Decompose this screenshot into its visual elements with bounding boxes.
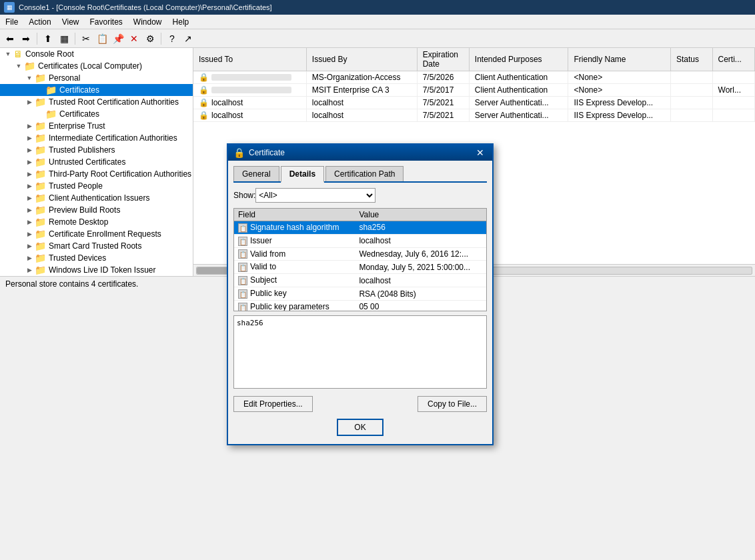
back-button[interactable]: ⬅ xyxy=(3,31,17,46)
label-third-party-root: Third-Party Root Certification Authoriti… xyxy=(49,169,191,179)
cert-cell-issued-by: localhost xyxy=(306,97,417,109)
details-table-wrapper: Field Value 📋Signature hash algorithmsha… xyxy=(233,208,487,311)
detail-row-3[interactable]: 📋Valid toMonday, July 5, 2021 5:00:00... xyxy=(234,261,486,274)
tree-personal[interactable]: 📁 Personal xyxy=(0,72,193,84)
up-button[interactable]: ⬆ xyxy=(41,31,55,46)
cert-row-0[interactable]: 🔒MS-Organization-Access7/5/2026Client Au… xyxy=(193,71,755,84)
detail-row-0[interactable]: 📋Signature hash algorithmsha256 xyxy=(234,221,486,235)
arrow-enterprise-trust xyxy=(24,123,35,129)
tree-intermediate-ca[interactable]: 📁 Intermediate Certification Authorities xyxy=(0,132,193,144)
detail-row-4[interactable]: 📋Subjectlocalhost xyxy=(234,274,486,287)
cert-cell-issued-to: 🔒localhost xyxy=(193,97,306,109)
detail-value-2: Wednesday, July 6, 2016 12:... xyxy=(355,247,486,261)
paste-button[interactable]: 📌 xyxy=(111,31,125,46)
cert-cell-status xyxy=(670,97,712,109)
forward-button[interactable]: ➡ xyxy=(19,31,33,46)
cert-cell-issued-by: MSIT Enterprise CA 3 xyxy=(306,84,417,97)
cert-cell-issued-to: 🔒 xyxy=(193,84,306,97)
arrow-intermediate-ca xyxy=(24,135,35,141)
details-field-header: Field xyxy=(234,209,355,221)
label-certificates: Certificates xyxy=(59,85,99,95)
show-row: Show: <All> Version 1 Fields Only Extens… xyxy=(233,188,487,203)
tree-client-auth-issuers[interactable]: 📁 Client Authentication Issuers xyxy=(0,192,193,204)
tree-remote-desktop[interactable]: 📁 Remote Desktop xyxy=(0,216,193,228)
col-header-expiry[interactable]: Expiration Date xyxy=(417,48,469,71)
detail-row-1[interactable]: 📋Issuerlocalhost xyxy=(234,234,486,247)
cert-row-2[interactable]: 🔒localhostlocalhost7/5/2021Server Authen… xyxy=(193,97,755,109)
properties-button[interactable]: ⚙ xyxy=(143,31,157,46)
label-client-auth-issuers: Client Authentication Issuers xyxy=(49,193,149,203)
detail-field-6: 📋Public key parameters xyxy=(234,300,355,311)
label-trusted-devices: Trusted Devices xyxy=(49,253,106,263)
label-cert-enrollment: Certificate Enrollment Requests xyxy=(49,229,161,239)
cert-cell-cert xyxy=(712,109,754,122)
arrow-cert-enrollment xyxy=(24,231,35,237)
detail-value-6: 05 00 xyxy=(355,300,486,311)
tree-third-party-root[interactable]: 📁 Third-Party Root Certification Authori… xyxy=(0,168,193,180)
cut-button[interactable]: ✂ xyxy=(79,31,93,46)
tree-preview-build-roots[interactable]: 📁 Preview Build Roots xyxy=(0,204,193,216)
arrow-personal xyxy=(24,75,35,81)
show-hide-button[interactable]: ▦ xyxy=(57,31,71,46)
detail-row-5[interactable]: 📋Public keyRSA (2048 Bits) xyxy=(234,287,486,301)
menu-favorites[interactable]: Favorites xyxy=(85,16,128,28)
tree-trusted-root-certs[interactable]: 📁 Certificates xyxy=(0,108,193,120)
cert-row-1[interactable]: 🔒MSIT Enterprise CA 37/5/2017Client Auth… xyxy=(193,84,755,97)
tree-console-root[interactable]: 🖥 Console Root xyxy=(0,48,193,60)
folder-icon-client-auth-issuers: 📁 xyxy=(35,193,46,203)
cert-cell-expiry: 7/5/2021 xyxy=(417,97,469,109)
tree-local-computer[interactable]: 📁 Certificates (Local Computer) xyxy=(0,60,193,72)
tree-trusted-people[interactable]: 📁 Trusted People xyxy=(0,180,193,192)
menu-window[interactable]: Window xyxy=(128,16,167,28)
cert-row-3[interactable]: 🔒localhostlocalhost7/5/2021Server Authen… xyxy=(193,109,755,122)
ok-button[interactable]: OK xyxy=(337,419,384,436)
copy-button[interactable]: 📋 xyxy=(95,31,109,46)
folder-icon-smart-card-roots: 📁 xyxy=(35,241,46,251)
menu-view[interactable]: View xyxy=(57,16,85,28)
detail-value-4: localhost xyxy=(355,274,486,287)
copy-to-file-button[interactable]: Copy to File... xyxy=(418,396,487,412)
tree-trusted-root[interactable]: 📁 Trusted Root Certification Authorities xyxy=(0,96,193,108)
cert-cell-issued-to: 🔒localhost xyxy=(193,109,306,122)
tree-smart-card-roots[interactable]: 📁 Smart Card Trusted Roots xyxy=(0,240,193,252)
folder-icon-cert-enrollment: 📁 xyxy=(35,229,46,239)
menu-file[interactable]: File xyxy=(0,16,23,28)
col-header-issued-by[interactable]: Issued By xyxy=(306,48,417,71)
detail-field-3: 📋Valid to xyxy=(234,261,355,274)
col-header-issued-to[interactable]: Issued To xyxy=(193,48,306,71)
tab-details[interactable]: Details xyxy=(281,166,324,183)
detail-field-0: 📋Signature hash algorithm xyxy=(234,221,355,235)
modal-titlebar: 🔒 Certificate ✕ xyxy=(228,145,492,161)
tree-certificates[interactable]: 📁 Certificates xyxy=(0,84,193,96)
menu-bar: File Action View Favorites Window Help xyxy=(0,15,755,29)
tree-panel: 🖥 Console Root 📁 Certificates (Local Com… xyxy=(0,48,193,276)
modal-close-button[interactable]: ✕ xyxy=(474,147,487,158)
col-header-status[interactable]: Status xyxy=(670,48,712,71)
col-header-friendly[interactable]: Friendly Name xyxy=(568,48,670,71)
show-select[interactable]: <All> Version 1 Fields Only Extensions O… xyxy=(255,188,375,203)
folder-icon-certificates: 📁 xyxy=(45,85,57,95)
tree-trusted-devices[interactable]: 📁 Trusted Devices xyxy=(0,252,193,264)
tree-enterprise-trust[interactable]: 📁 Enterprise Trust xyxy=(0,120,193,132)
menu-help[interactable]: Help xyxy=(167,16,195,28)
tree-cert-enrollment[interactable]: 📁 Certificate Enrollment Requests xyxy=(0,228,193,240)
col-header-cert[interactable]: Certi... xyxy=(712,48,754,71)
export-button[interactable]: ↗ xyxy=(181,31,195,46)
detail-value-5: RSA (2048 Bits) xyxy=(355,287,486,301)
status-text: Personal store contains 4 certificates. xyxy=(5,279,138,289)
menu-action[interactable]: Action xyxy=(23,16,56,28)
cert-cell-purposes: Server Authenticati... xyxy=(469,109,568,122)
tree-untrusted-certs[interactable]: 📁 Untrusted Certificates xyxy=(0,156,193,168)
detail-row-2[interactable]: 📋Valid fromWednesday, July 6, 2016 12:..… xyxy=(234,247,486,261)
tree-trusted-publishers[interactable]: 📁 Trusted Publishers xyxy=(0,144,193,156)
tab-certification-path[interactable]: Certification Path xyxy=(325,166,404,181)
help-button[interactable]: ? xyxy=(165,31,179,46)
delete-button[interactable]: ✕ xyxy=(127,31,141,46)
tab-general[interactable]: General xyxy=(233,166,279,181)
col-header-purposes[interactable]: Intended Purposes xyxy=(469,48,568,71)
edit-properties-button[interactable]: Edit Properties... xyxy=(233,396,313,412)
detail-row-6[interactable]: 📋Public key parameters05 00 xyxy=(234,300,486,311)
detail-value-textarea[interactable] xyxy=(233,315,487,389)
folder-icon-windows-live-id: 📁 xyxy=(35,265,46,275)
tree-windows-live-id[interactable]: 📁 Windows Live ID Token Issuer xyxy=(0,264,193,276)
